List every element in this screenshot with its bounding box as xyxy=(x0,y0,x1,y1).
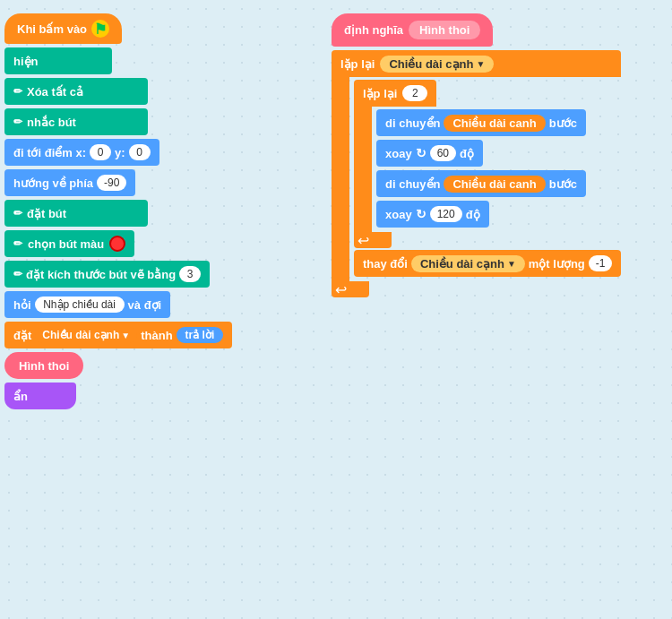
when-flag-block[interactable]: Khi bấm vào ⚑ xyxy=(4,13,232,44)
turn1-block[interactable]: xoay ↻ 60 độ xyxy=(376,140,586,167)
inner-loop-block[interactable]: lặp lại 2 di chuyển xyxy=(354,80,621,248)
direction-label: hướng về phía xyxy=(13,176,93,190)
move2-label: di chuyển xyxy=(385,177,440,191)
change-var-block[interactable]: thay đổi Chiều dài cạnh ▼ một lượng -1 xyxy=(354,250,621,277)
dropdown-arrow-1: ▼ xyxy=(121,331,130,340)
clear-block[interactable]: ✏ Xóa tất cả xyxy=(4,78,232,105)
change-mid: một lượng xyxy=(529,257,585,271)
rhombus-call-block[interactable]: Hình thoi xyxy=(4,352,232,379)
show-block[interactable]: hiện xyxy=(4,47,232,74)
move1-block[interactable]: di chuyển Chiều dài canh bước xyxy=(376,109,586,136)
pen-size-label: đặt kích thước bút vẽ bằng xyxy=(26,268,176,281)
dropdown-arrow-3: ▼ xyxy=(507,259,516,269)
clear-label: Xóa tất cả xyxy=(27,85,83,99)
pen-color-block[interactable]: ✏ chọn bút màu xyxy=(4,230,232,257)
rhombus-call-label: Hình thoi xyxy=(19,359,69,373)
hide-block[interactable]: ẩn xyxy=(4,383,232,409)
pen-down-label: đặt bút xyxy=(27,207,66,220)
set-answer[interactable]: trả lời xyxy=(177,327,224,343)
move1-var[interactable]: Chiều dài canh xyxy=(444,115,545,132)
set-mid: thành xyxy=(141,329,172,342)
when-flag-label: Khi bấm vào xyxy=(17,22,87,36)
turn2-end: độ xyxy=(466,208,480,221)
pencil-icon-4: ✏ xyxy=(13,237,22,250)
change-label: thay đổi xyxy=(363,257,408,271)
pencil-icon-1: ✏ xyxy=(13,85,22,98)
ask-block[interactable]: hỏi Nhập chiều dài và đợi xyxy=(4,291,232,318)
set-var-block[interactable]: đặt Chiều dài cạnh ▼ thành trả lời xyxy=(4,322,232,348)
hide-label: ẩn xyxy=(13,390,28,403)
set-var-name[interactable]: Chiều dài cạnh ▼ xyxy=(35,327,137,343)
pen-down-block[interactable]: ✏ đặt bút xyxy=(4,200,232,227)
direction-value[interactable]: -90 xyxy=(97,175,126,191)
inner-loop-val[interactable]: 2 xyxy=(402,85,427,101)
outer-loop-label: lặp lại xyxy=(340,57,375,71)
ask-label: hỏi xyxy=(13,298,31,312)
define-label: định nghĩa xyxy=(344,23,403,37)
right-block-stack: định nghĩa Hình thoi lặp lại Chiều dài c… xyxy=(332,13,621,297)
pencil-icon-3: ✏ xyxy=(13,207,22,219)
ask-end: và đợi xyxy=(128,298,162,312)
x-value[interactable]: 0 xyxy=(90,144,111,160)
move2-var[interactable]: Chiều dài canh xyxy=(444,176,545,193)
move1-end: bước xyxy=(549,116,577,130)
ask-input[interactable]: Nhập chiều dài xyxy=(35,297,125,313)
goto-block[interactable]: đi tới điểm x: 0 y: 0 xyxy=(4,139,232,166)
move2-block[interactable]: di chuyển Chiều dài canh bước xyxy=(376,170,586,197)
y-value[interactable]: 0 xyxy=(129,144,151,160)
turn2-val[interactable]: 120 xyxy=(430,206,462,222)
outer-loop-var[interactable]: Chiều dài cạnh ▼ xyxy=(380,56,494,73)
canvas: Khi bấm vào ⚑ hiện ✏ Xóa tất cả ✏ nhắc b… xyxy=(0,0,672,619)
pencil-icon-2: ✏ xyxy=(13,116,22,128)
inner-loop-repeat-arrow: ↩ xyxy=(358,232,369,249)
turn2-arrow: ↻ xyxy=(416,207,426,221)
change-val[interactable]: -1 xyxy=(589,255,613,271)
pen-color-label: chọn bút màu xyxy=(28,237,104,251)
direction-block[interactable]: hướng về phía -90 xyxy=(4,169,232,196)
turn1-arrow: ↻ xyxy=(416,146,426,160)
left-block-stack: Khi bấm vào ⚑ hiện ✏ Xóa tất cả ✏ nhắc b… xyxy=(4,13,232,411)
goto-label: đi tới điểm x: xyxy=(13,146,86,159)
pen-up-label: nhắc bút xyxy=(27,116,76,129)
dropdown-arrow-2: ▼ xyxy=(476,59,485,69)
turn2-block[interactable]: xoay ↻ 120 độ xyxy=(376,201,586,228)
color-swatch[interactable] xyxy=(109,236,125,252)
turn1-val[interactable]: 60 xyxy=(430,145,456,161)
define-name: Hình thoi xyxy=(409,21,480,39)
turn1-end: độ xyxy=(460,147,474,160)
turn1-label: xoay xyxy=(385,147,412,160)
inner-loop-label: lặp lại xyxy=(363,87,397,100)
pen-up-block[interactable]: ✏ nhắc bút xyxy=(4,108,232,135)
set-label: đặt xyxy=(13,329,31,342)
turn2-label: xoay xyxy=(385,208,412,221)
define-block[interactable]: định nghĩa Hình thoi xyxy=(332,13,621,47)
show-label: hiện xyxy=(13,55,39,68)
pen-size-block[interactable]: ✏ đặt kích thước bút vẽ bằng 3 xyxy=(4,261,232,288)
flag-icon: ⚑ xyxy=(91,20,109,38)
change-var[interactable]: Chiều dài cạnh ▼ xyxy=(411,255,525,272)
outer-loop-repeat-arrow: ↩ xyxy=(335,281,347,298)
y-label: y: xyxy=(115,146,125,159)
pencil-icon-5: ✏ xyxy=(13,268,22,280)
move1-label: di chuyển xyxy=(385,116,440,130)
pen-size-value[interactable]: 3 xyxy=(179,266,201,282)
outer-loop-block[interactable]: lặp lại Chiều dài cạnh ▼ lặp lại 2 xyxy=(332,50,621,297)
move2-end: bước xyxy=(549,177,577,191)
